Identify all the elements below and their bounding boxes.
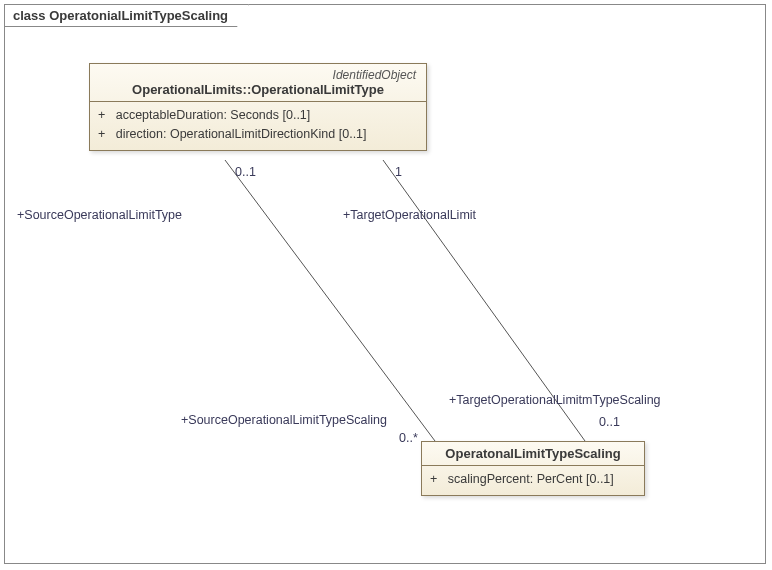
diagram-title: class OperatonialLimitTypeScaling (4, 4, 249, 27)
class-attribute: direction: OperationalLimitDirectionKind… (98, 125, 418, 144)
class-name: OperationalLimits::OperationalLimitType (98, 82, 418, 97)
class-attribute: acceptableDuration: Seconds [0..1] (98, 106, 418, 125)
assoc-mult-source-bottom: 0..* (399, 431, 418, 445)
class-OperatonalLimitTypeScaling: OperatonalLimitTypeScaling scalingPercen… (421, 441, 645, 496)
class-stereotype: IdentifiedObject (98, 68, 418, 82)
class-header: OperatonalLimitTypeScaling (422, 442, 644, 466)
class-attributes: scalingPercent: PerCent [0..1] (422, 466, 644, 495)
assoc-role-source-bottom: +SourceOperationalLimitTypeScaling (181, 413, 387, 427)
diagram-frame: class OperatonialLimitTypeScaling Identi… (4, 4, 766, 564)
svg-line-0 (225, 160, 435, 441)
diagram-title-text: class OperatonialLimitTypeScaling (13, 8, 228, 23)
assoc-role-target-bottom: +TargetOperationalLimitmTypeScaling (449, 393, 661, 407)
assoc-mult-source-top: 0..1 (235, 165, 256, 179)
assoc-mult-target-top: 1 (395, 165, 402, 179)
class-name: OperatonalLimitTypeScaling (430, 446, 636, 461)
class-OperationalLimitType: IdentifiedObject OperationalLimits::Oper… (89, 63, 427, 151)
class-attribute: scalingPercent: PerCent [0..1] (430, 470, 636, 489)
assoc-role-target-top: +TargetOperationalLimit (343, 208, 476, 222)
class-header: IdentifiedObject OperationalLimits::Oper… (90, 64, 426, 102)
assoc-role-source-top: +SourceOperationalLimitType (17, 208, 182, 222)
assoc-mult-target-bottom: 0..1 (599, 415, 620, 429)
class-attributes: acceptableDuration: Seconds [0..1] direc… (90, 102, 426, 150)
